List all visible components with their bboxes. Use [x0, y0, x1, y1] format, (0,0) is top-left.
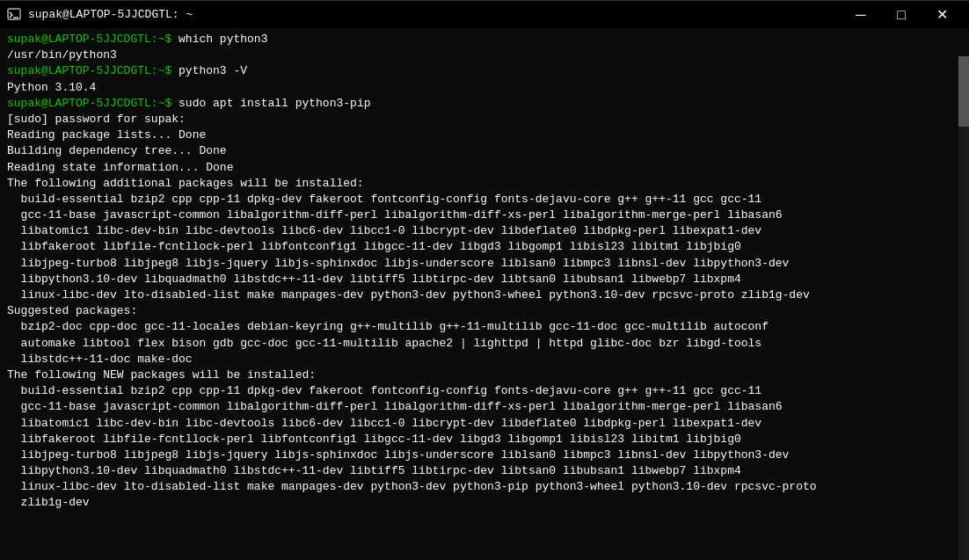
terminal-line: Reading package lists... Done	[7, 127, 962, 143]
terminal-line: gcc-11-base javascript-common libalgorit…	[7, 207, 962, 223]
close-button[interactable]: ✕	[922, 3, 962, 27]
terminal-line: linux-libc-dev lto-disabled-list make ma…	[7, 479, 962, 495]
terminal-line: build-essential bzip2 cpp cpp-11 dpkg-de…	[7, 383, 962, 399]
terminal-line: gcc-11-base javascript-common libalgorit…	[7, 399, 962, 415]
terminal-wrapper: supak@LAPTOP-5JJCDGTL:~$ which python3/u…	[0, 28, 969, 560]
terminal-line: bzip2-doc cpp-doc gcc-11-locales debian-…	[7, 319, 962, 335]
terminal-line: libfakeroot libfile-fcntllock-perl libfo…	[7, 432, 962, 447]
window-controls[interactable]: ─ □ ✕	[841, 3, 962, 27]
terminal-icon	[7, 8, 21, 22]
prompt-text: supak@LAPTOP-5JJCDGTL:~$	[7, 64, 178, 77]
title-bar-left: supak@LAPTOP-5JJCDGTL: ~	[7, 8, 193, 22]
terminal-body[interactable]: supak@LAPTOP-5JJCDGTL:~$ which python3/u…	[0, 28, 969, 560]
terminal-line: libjpeg-turbo8 libjpeg8 libjs-jquery lib…	[7, 256, 962, 272]
terminal-line: zlib1g-dev	[7, 495, 962, 511]
maximize-button[interactable]: □	[881, 3, 922, 27]
terminal-line: libpython3.10-dev libquadmath0 libstdc++…	[7, 463, 962, 479]
terminal-line: supak@LAPTOP-5JJCDGTL:~$ sudo apt instal…	[7, 96, 962, 112]
terminal-line: supak@LAPTOP-5JJCDGTL:~$ which python3	[7, 32, 962, 47]
terminal-line: Reading state information... Done	[7, 160, 962, 176]
command-text: python3 -V	[178, 64, 247, 77]
title-bar: supak@LAPTOP-5JJCDGTL: ~ ─ □ ✕	[0, 0, 969, 28]
terminal-line: build-essential bzip2 cpp cpp-11 dpkg-de…	[7, 192, 962, 207]
terminal-line: The following NEW packages will be insta…	[7, 367, 962, 383]
window-title: supak@LAPTOP-5JJCDGTL: ~	[28, 8, 193, 21]
command-text: which python3	[178, 33, 267, 46]
terminal-line: /usr/bin/python3	[7, 47, 962, 63]
terminal-line: supak@LAPTOP-5JJCDGTL:~$ python3 -V	[7, 63, 962, 79]
terminal-line: [sudo] password for supak:	[7, 112, 962, 127]
prompt-text: supak@LAPTOP-5JJCDGTL:~$	[7, 33, 178, 46]
terminal-line: Python 3.10.4	[7, 80, 962, 96]
terminal-line: Building dependency tree... Done	[7, 143, 962, 159]
scrollbar-thumb[interactable]	[958, 56, 969, 127]
terminal-line: Suggested packages:	[7, 303, 962, 319]
terminal-line: The following additional packages will b…	[7, 176, 962, 192]
terminal-line: libatomic1 libc-dev-bin libc-devtools li…	[7, 223, 962, 239]
scrollbar[interactable]	[958, 56, 969, 560]
terminal-line: libfakeroot libfile-fcntllock-perl libfo…	[7, 239, 962, 255]
terminal-line: automake libtool flex bison gdb gcc-doc …	[7, 336, 962, 352]
terminal-line: libjpeg-turbo8 libjpeg8 libjs-jquery lib…	[7, 447, 962, 463]
terminal-line: libstdc++-11-doc make-doc	[7, 352, 962, 367]
terminal-line: linux-libc-dev lto-disabled-list make ma…	[7, 287, 962, 303]
terminal-line: libpython3.10-dev libquadmath0 libstdc++…	[7, 272, 962, 287]
terminal-line: libatomic1 libc-dev-bin libc-devtools li…	[7, 416, 962, 432]
prompt-text: supak@LAPTOP-5JJCDGTL:~$	[7, 97, 178, 110]
minimize-button[interactable]: ─	[841, 3, 881, 27]
command-text: sudo apt install python3-pip	[178, 97, 370, 110]
